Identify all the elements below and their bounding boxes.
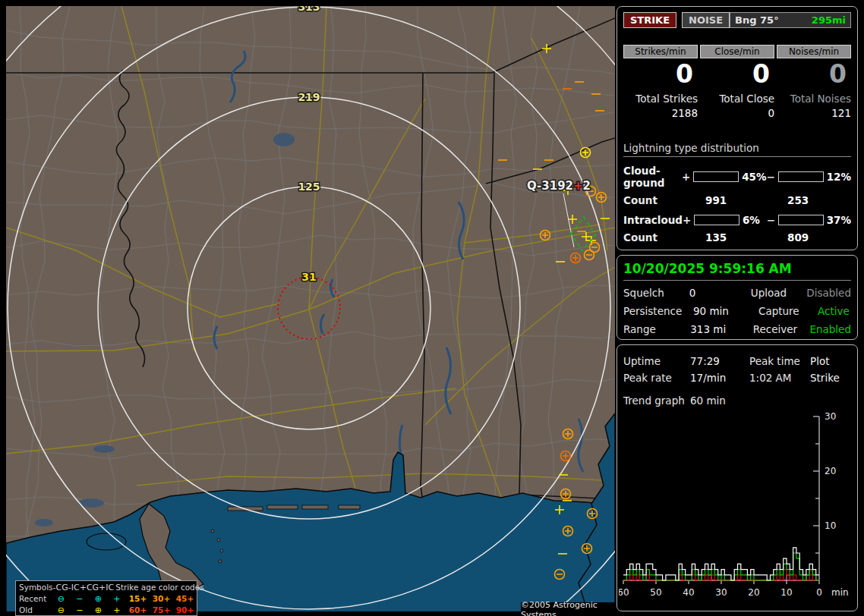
upload-label: Upload (751, 287, 807, 299)
cloud-ground-row: Cloud-ground + 45% − 12% (623, 165, 851, 189)
noises-per-min-button[interactable]: Noises/min (777, 45, 851, 58)
x-tick-label: 50 (650, 587, 661, 598)
legend-strike-symbol: − (71, 605, 89, 616)
strikes-per-min-value: 0 (676, 61, 693, 88)
strike-stats-panel: STRIKE NOISE Bng 75° 295mi Strikes/min 0… (616, 6, 858, 250)
status-row: Squelch 0 Upload Disabled (623, 287, 851, 299)
strikes-counter: Strikes/min 0 Total Strikes 2188 (623, 45, 698, 119)
x-tick-label: 40 (683, 587, 694, 598)
age-codes-header: Strike age color codes (115, 582, 203, 593)
ic-positive-bar (694, 215, 739, 225)
strikes-per-min-button[interactable]: Strikes/min (623, 45, 698, 58)
noise-button[interactable]: NOISE (682, 12, 730, 28)
peak-time-label: Peak time (749, 355, 810, 367)
trend-graph-row: Trend graph 60 min (623, 394, 851, 407)
age-code-90+: 90+ (173, 605, 197, 616)
receiver-value: Enabled (809, 323, 851, 335)
legend-col-header: -IC (68, 582, 80, 593)
close-per-min-button[interactable]: Close/min (700, 45, 774, 58)
copyright-text: ©2005 Astrogenic Systems (521, 602, 621, 616)
y-tick-label: 10 (825, 520, 836, 531)
intracloud-label: Intracloud (623, 214, 683, 226)
capture-value: Active (818, 305, 850, 317)
total-strikes-value: 2188 (672, 107, 698, 119)
legend-col-header: Symbols (19, 582, 53, 593)
count-label: Count (623, 231, 705, 244)
plus-sign: + (682, 171, 690, 183)
range-label: Range (623, 323, 690, 335)
intracloud-counts: Count 135 809 (623, 231, 851, 244)
y-tick-label: 30 (825, 411, 836, 422)
x-tick-label: 0 (816, 587, 822, 598)
lake-pontchartrain (87, 533, 126, 550)
legend-col-header: +CG (80, 582, 99, 593)
upload-value: Disabled (806, 287, 851, 299)
age-code-75+: 75+ (150, 605, 173, 616)
uptime-label: Uptime (623, 355, 690, 367)
persistence-label: Persistence (623, 305, 693, 317)
close-per-min-value: 0 (752, 61, 770, 88)
status-row: Range 313 mi Receiver Enabled (623, 323, 851, 335)
peak-rate-value: 17/min (690, 372, 749, 384)
status-row: Persistence 90 min Capture Active (623, 305, 851, 317)
chart-axes (623, 416, 819, 584)
ic-negative-bar (778, 215, 824, 225)
strike-button[interactable]: STRIKE (623, 12, 676, 28)
trend-panel: Uptime 77:29 Peak time Plot Peak rate 17… (616, 344, 858, 611)
total-close-value: 0 (768, 107, 774, 119)
map-canvas[interactable]: 31125219313 Q-3192+2 (6, 6, 615, 611)
ic-negative-count: 809 (787, 231, 809, 244)
cell-id-label: Q-3192+2 (527, 179, 591, 193)
total-strikes-label: Total Strikes (635, 93, 698, 105)
plot-value: Strike (810, 372, 840, 384)
intracloud-row: Intracloud + 6% − 37% (623, 214, 851, 226)
y-tick-label: 20 (825, 466, 836, 476)
x-tick-label: 20 (748, 587, 759, 598)
cg-positive-count: 991 (705, 194, 787, 206)
stats-row: Uptime 77:29 Peak time Plot (623, 355, 851, 367)
stats-row: Peak rate 17/min 1:02 AM Strike (623, 372, 851, 384)
legend-col-header: -CG (53, 582, 68, 593)
plot-label: Plot (810, 355, 829, 367)
trend-graph-value: 60 min (690, 394, 726, 407)
bearing-range: 295mi (812, 14, 846, 26)
persistence-value: 90 min (693, 305, 758, 317)
legend-strike-symbol: ⊖ (52, 605, 70, 616)
x-tick-label: 10 (780, 587, 792, 598)
legend-strike-symbol: + (108, 593, 126, 605)
legend-row-recent: Recent⊖−⊕+15+30+45+ (19, 593, 197, 605)
receiver-label: Receiver (753, 323, 810, 335)
age-code-30+: 30+ (150, 593, 173, 605)
lightning-map[interactable]: 31125219313 Q-3192+2 Symbols-CG-IC+CG+IC… (6, 6, 615, 611)
ring-distance-label: 219 (298, 91, 320, 103)
age-code-45+: 45+ (173, 593, 197, 605)
legend-strike-symbol: ⊖ (52, 593, 70, 605)
x-tick-label: 60 (619, 587, 629, 598)
peak-rate-label: Peak rate (623, 372, 690, 384)
squelch-label: Squelch (623, 287, 689, 299)
x-tick-label: 30 (715, 587, 727, 598)
symbol-legend: Symbols-CG-IC+CG+ICStrike age color code… (15, 580, 197, 616)
legend-row-label: Recent (19, 593, 52, 605)
squelch-value: 0 (689, 287, 751, 299)
legend-strike-symbol: ⊕ (89, 605, 107, 616)
minus-sign: − (767, 171, 775, 183)
count-label: Count (623, 194, 705, 206)
noises-per-min-value: 0 (829, 61, 847, 88)
close-counter: Close/min 0 Total Close 0 (700, 45, 774, 119)
distribution-title: Lightning type distribution (623, 142, 851, 157)
plus-sign: + (683, 214, 691, 226)
x-axis-unit: min (831, 587, 849, 598)
legend-row-label: Old (19, 605, 52, 616)
total-close-label: Total Close (719, 93, 774, 105)
bearing-label: Bng 75° (735, 14, 779, 26)
status-panel: 10/20/2025 9:59:16 AM Squelch 0 Upload D… (616, 255, 858, 340)
legend-strike-symbol: ⊕ (89, 593, 107, 605)
bearing-display: Bng 75° 295mi (730, 12, 851, 28)
range-value: 313 mi (690, 323, 752, 335)
legend-row-old: Old⊖−⊕+60+75+90+ (19, 605, 197, 616)
ring-distance-label: 313 (298, 6, 320, 13)
trend-graph-chart: 6050403020100min102030 (619, 410, 857, 606)
cloud-ground-label: Cloud-ground (623, 165, 682, 189)
ic-positive-count: 135 (705, 231, 787, 244)
